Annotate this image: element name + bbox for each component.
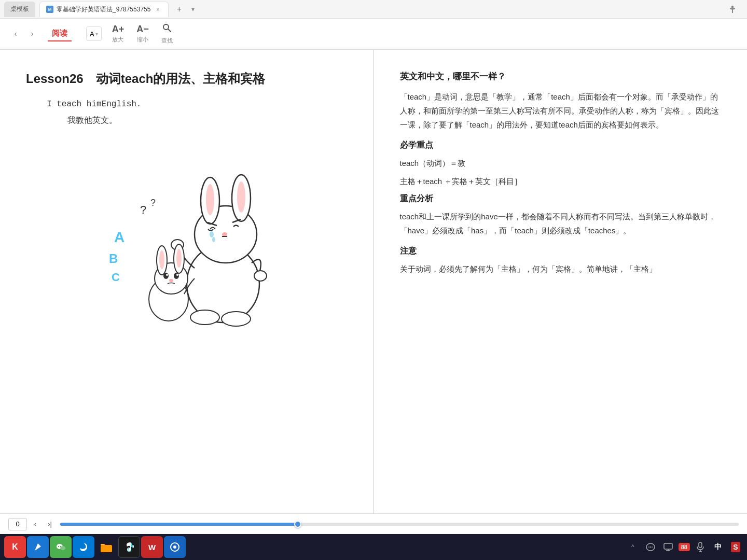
page-next-button[interactable]: ‹ [29, 518, 42, 530]
tab-close-button[interactable]: × [154, 5, 162, 13]
svg-line-4 [168, 29, 171, 32]
zoom-in-icon: A+ [112, 24, 125, 35]
taskbar-app-edge[interactable] [73, 536, 94, 558]
svg-point-13 [237, 181, 245, 213]
font-size-selector[interactable]: A ▾ [86, 26, 102, 41]
nav-back-button[interactable]: ‹ [8, 26, 23, 41]
tray-chat-icon[interactable] [643, 540, 658, 554]
note-title: 注意 [400, 246, 722, 257]
svg-text:A: A [114, 229, 125, 245]
kuaikan-icon: K [12, 542, 18, 552]
tab-active-label: 零基础学好英语语法_9787553755 [57, 5, 150, 14]
tab-active[interactable]: M 零基础学好英语语法_9787553755 × [39, 2, 169, 17]
svg-point-11 [206, 184, 214, 215]
taskbar: K [0, 534, 747, 560]
tray-chevron-button[interactable]: ^ [626, 540, 640, 554]
toolbar-nav: ‹ › [8, 26, 39, 41]
page-last-button[interactable]: ›| [44, 518, 56, 530]
feishu-icon [32, 541, 44, 553]
svg-rect-1 [730, 8, 735, 9]
system-tray: ^ 88 [626, 540, 743, 554]
toolbar: ‹ › 阅读 A ▾ A+ 放大 A− 缩小 查找 [0, 19, 747, 50]
tray-wubi-button[interactable]: S [728, 540, 743, 554]
tray-badge[interactable]: 88 [679, 543, 690, 551]
zoom-in-label: 放大 [112, 36, 123, 44]
svg-text:?: ? [140, 203, 146, 216]
intro-question: 英文和中文，哪里不一样？ [400, 71, 722, 82]
pin-icon [728, 5, 737, 13]
svg-point-43 [173, 545, 176, 549]
key-point-2: 主格＋teach ＋宾格＋英文［科目］ [400, 174, 722, 188]
svg-point-16 [222, 232, 227, 236]
taskbar-apps: K [4, 536, 624, 558]
tab-add-button[interactable]: + [173, 3, 185, 16]
taskbar-app-douyin[interactable] [118, 536, 140, 558]
svg-text:?: ? [150, 198, 156, 208]
svg-point-33 [176, 274, 178, 276]
svg-point-45 [648, 547, 649, 548]
taskbar-app-wps[interactable]: W [141, 536, 163, 558]
font-size-value: A [90, 30, 94, 38]
window-pin-button[interactable] [722, 2, 743, 17]
analysis-title: 重点分析 [400, 193, 722, 204]
svg-point-21 [254, 271, 267, 281]
tray-language-button[interactable]: 中 [711, 540, 725, 554]
svg-point-40 [60, 546, 61, 547]
taskbar-app-feishu[interactable] [27, 536, 49, 558]
douyin-icon [124, 541, 134, 553]
english-sentence: I teach himEnglish. [47, 100, 348, 109]
reading-tab[interactable]: 阅读 [48, 26, 72, 41]
search-button[interactable]: 查找 [157, 21, 177, 47]
progress-fill [60, 523, 298, 526]
lesson-title: Lesson26 动词teach的用法、主格和宾格 [26, 71, 348, 87]
svg-rect-2 [732, 10, 733, 13]
taskbar-app-kuaikan[interactable]: K [4, 536, 26, 558]
title-bar-right [722, 2, 743, 17]
svg-text:C: C [112, 271, 120, 284]
svg-point-29 [176, 249, 182, 268]
search-label: 查找 [161, 37, 173, 45]
svg-point-30 [163, 273, 169, 279]
reading-progress[interactable] [60, 523, 739, 526]
wubi-label: S [731, 542, 740, 552]
page-number-input[interactable] [8, 518, 27, 530]
illustration: A B C [26, 138, 348, 335]
page-right: 英文和中文，哪里不一样？ 「teach」是动词，意思是「教学」，通常「teach… [374, 50, 748, 513]
svg-point-39 [58, 546, 59, 547]
taskbar-app-folder[interactable] [95, 536, 117, 558]
zoom-out-button[interactable]: A− 缩小 [132, 22, 153, 46]
analysis-paragraph: teach和上一课所学到的have一样，都会随着不同人称而有不同写法。当到第三人… [400, 209, 722, 237]
svg-text:B: B [109, 251, 118, 265]
nav-forward-button[interactable]: › [25, 26, 39, 41]
taskbar-right: ^ 88 [626, 540, 743, 554]
search-icon [162, 23, 172, 36]
taskbar-app-wechat[interactable] [50, 536, 72, 558]
svg-rect-41 [101, 545, 112, 552]
tray-monitor-icon[interactable] [661, 540, 675, 554]
tab-dropdown[interactable]: ▾ [189, 6, 195, 13]
rabbit-illustration: A B C [99, 138, 275, 335]
progress-thumb [294, 521, 301, 528]
zoom-out-icon: A− [136, 24, 149, 35]
wps-icon: W [148, 543, 156, 552]
tray-mic-icon[interactable] [693, 540, 708, 554]
monitor-icon [663, 542, 673, 552]
svg-point-18 [210, 231, 214, 237]
zoom-in-button[interactable]: A+ 放大 [108, 22, 129, 46]
tab-inactive[interactable]: 桌模板 [4, 2, 35, 17]
zoom-out-label: 缩小 [137, 36, 148, 44]
svg-rect-51 [699, 542, 702, 548]
search-svg [162, 23, 172, 33]
key-point-1: teach（动词）＝教 [400, 156, 722, 170]
taskbar-app-unknown[interactable] [164, 536, 186, 558]
title-bar-left: 桌模板 M 零基础学好英语语法_9787553755 × + ▾ [4, 2, 722, 17]
bottom-bar: ‹ ›| [0, 513, 747, 534]
svg-point-27 [159, 250, 164, 269]
language-label: 中 [714, 542, 722, 552]
chat-icon [645, 542, 656, 552]
edge-icon [78, 541, 89, 553]
svg-point-23 [222, 312, 251, 326]
svg-rect-48 [664, 543, 672, 549]
wechat-icon [55, 541, 66, 553]
svg-point-19 [212, 237, 215, 242]
